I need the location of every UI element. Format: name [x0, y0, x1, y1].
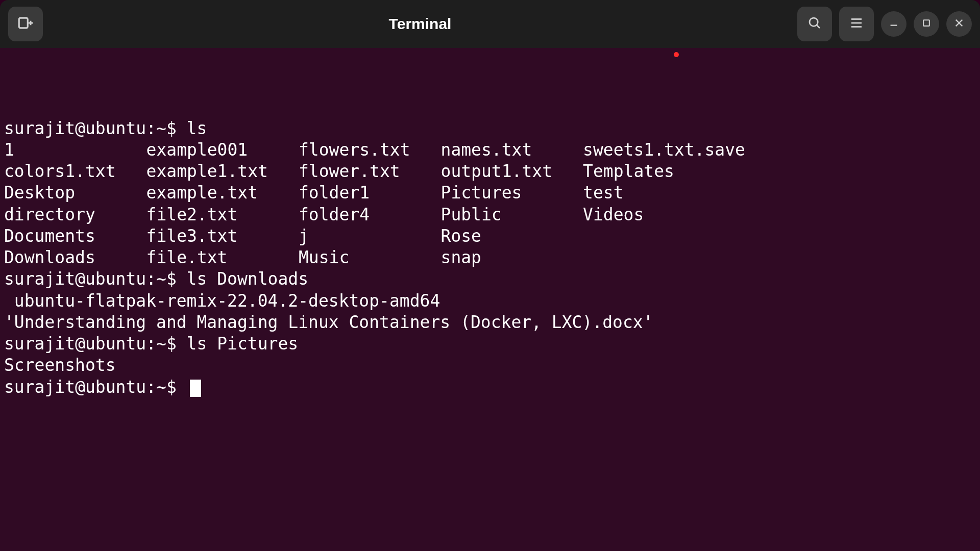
ls-cell — [583, 226, 745, 247]
ls-cell: example.txt — [146, 182, 299, 204]
prompt-text: surajit@ubuntu:~$ — [4, 377, 187, 397]
ls-cell: Templates — [583, 161, 745, 182]
ls-cell: Rose — [441, 226, 583, 247]
ls-cell: snap — [441, 247, 583, 268]
ls-cell: example1.txt — [146, 161, 299, 182]
table-row: 1example001flowers.txtnames.txtsweets1.t… — [4, 139, 745, 161]
terminal-line: surajit@ubuntu:~$ ls Pictures — [4, 333, 976, 355]
terminal-output[interactable]: surajit@ubuntu:~$ ls1example001flowers.t… — [0, 48, 980, 551]
ls-cell: colors1.txt — [4, 161, 146, 182]
close-button[interactable] — [946, 11, 972, 37]
ls-cell: directory — [4, 204, 146, 226]
ls-cell: Documents — [4, 226, 146, 247]
table-row: colors1.txtexample1.txtflower.txtoutput1… — [4, 161, 745, 182]
ls-cell: Public — [441, 204, 583, 226]
cursor-icon — [190, 380, 201, 397]
ls-cell: names.txt — [441, 139, 583, 161]
terminal-line: surajit@ubuntu:~$ ls — [4, 118, 976, 139]
ls-cell: flower.txt — [299, 161, 441, 182]
ls-cell: j — [299, 226, 441, 247]
svg-rect-9 — [923, 20, 929, 26]
ls-cell — [583, 247, 745, 268]
ls-cell: sweets1.txt.save — [583, 139, 745, 161]
minimize-button[interactable] — [881, 11, 906, 37]
ls-cell: output1.txt — [441, 161, 583, 182]
ls-cell: file3.txt — [146, 226, 299, 247]
ls-cell: 1 — [4, 139, 146, 161]
terminal-prompt-line[interactable]: surajit@ubuntu:~$ — [4, 377, 976, 398]
ls-cell: Music — [299, 247, 441, 268]
ls-cell: file2.txt — [146, 204, 299, 226]
new-tab-button[interactable] — [8, 7, 43, 41]
new-tab-icon — [17, 14, 34, 34]
terminal-window: Terminal — [0, 0, 980, 551]
ls-cell: test — [583, 182, 745, 204]
ls-cell: example001 — [146, 139, 299, 161]
table-row: directoryfile2.txtfolder4PublicVideos — [4, 204, 745, 226]
svg-point-3 — [810, 18, 818, 26]
table-row: Desktopexample.txtfolder1Picturestest — [4, 182, 745, 204]
title-bar: Terminal — [0, 0, 980, 48]
minimize-icon — [888, 17, 899, 31]
close-icon — [953, 17, 965, 31]
ls-cell: folder1 — [299, 182, 441, 204]
ls-cell: file.txt — [146, 247, 299, 268]
ls-cell: folder4 — [299, 204, 441, 226]
ls-cell: flowers.txt — [299, 139, 441, 161]
terminal-line: surajit@ubuntu:~$ ls Downloads — [4, 268, 976, 290]
ls-cell: Videos — [583, 204, 745, 226]
table-row: Downloadsfile.txtMusicsnap — [4, 247, 745, 268]
ls-cell: Pictures — [441, 182, 583, 204]
hamburger-icon — [849, 15, 864, 33]
ls-cell: Desktop — [4, 182, 146, 204]
ls-output-grid: 1example001flowers.txtnames.txtsweets1.t… — [4, 139, 745, 268]
maximize-icon — [921, 18, 932, 30]
svg-rect-0 — [19, 18, 28, 28]
search-icon — [807, 15, 822, 33]
terminal-line: 'Understanding and Managing Linux Contai… — [4, 312, 976, 333]
ls-cell: Downloads — [4, 247, 146, 268]
menu-button[interactable] — [839, 7, 874, 41]
terminal-line: Screenshots — [4, 355, 976, 376]
svg-line-4 — [817, 25, 820, 28]
maximize-button[interactable] — [914, 11, 939, 37]
terminal-line: ubuntu-flatpak-remix-22.04.2-desktop-amd… — [4, 290, 976, 312]
table-row: Documentsfile3.txtjRose — [4, 226, 745, 247]
window-title: Terminal — [43, 15, 797, 33]
indicator-dot-icon — [674, 52, 679, 57]
search-button[interactable] — [797, 7, 832, 41]
